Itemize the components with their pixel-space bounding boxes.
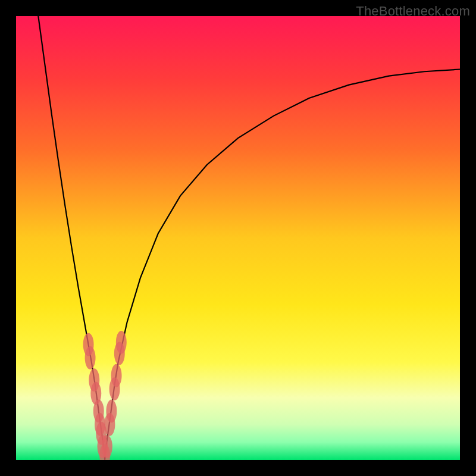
watermark-text: TheBottleneck.com [356, 4, 470, 19]
marker-point [116, 331, 127, 354]
plot-area [16, 16, 460, 460]
bottleneck-chart [16, 16, 460, 460]
chart-frame: TheBottleneck.com [0, 0, 476, 476]
marker-point [106, 400, 117, 423]
marker-point [111, 364, 122, 387]
gradient-background [16, 16, 460, 460]
marker-point [85, 346, 96, 369]
marker-point [102, 435, 112, 458]
